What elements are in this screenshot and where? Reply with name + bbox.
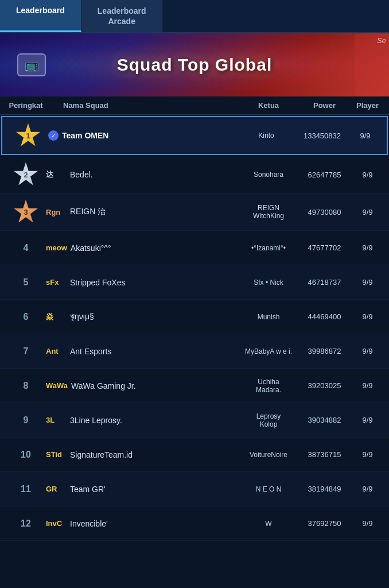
- power-cell: 47677702: [297, 243, 352, 252]
- squad-tag: InvC: [46, 519, 67, 528]
- table-body: ✓ Team OMEN Kirito 133450832 9/9 达 Bedel…: [0, 116, 389, 541]
- squad-name: Team OMEN: [62, 131, 108, 140]
- leader-cell: •°Izanami°•: [240, 244, 297, 252]
- rank-cell: [6, 199, 46, 225]
- header-power: Power: [297, 101, 352, 110]
- rank-cell: [8, 123, 48, 148]
- player-cell: 9/9: [349, 131, 381, 140]
- squad-cell: sFx Stripped FoXes: [46, 278, 240, 287]
- player-cell: 9/9: [352, 347, 383, 355]
- table-row[interactable]: 8 WaWa WaWa Gaming Jr. UchihaMadara. 392…: [0, 369, 389, 403]
- leader-cell: N E O N: [240, 485, 297, 493]
- squad-name: Team GR': [70, 485, 106, 494]
- squad-name: ৠηνιμ§: [70, 312, 94, 322]
- tab-leaderboard-arcade[interactable]: LeaderboardArcade: [81, 0, 163, 32]
- power-cell: 49730080: [297, 208, 352, 216]
- table-header: Peringkat Nama Squad Ketua Power Player: [0, 96, 389, 115]
- leader-cell: UchihaMadara.: [240, 378, 297, 394]
- squad-tag: STid: [46, 450, 67, 459]
- table-row[interactable]: 6 焱 ৠηνιμ§ Munish 44469400 9/9: [0, 300, 389, 334]
- rank-number: 8: [6, 381, 46, 391]
- se-label: Se: [377, 36, 386, 45]
- squad-cell: meow Akatsuki°^°: [46, 243, 240, 253]
- player-cell: 9/9: [352, 171, 383, 179]
- squad-name: 3Line Leprosy.: [70, 416, 122, 425]
- squad-tag: 焱: [46, 312, 67, 322]
- squad-cell: 达 Bedel.: [46, 169, 240, 180]
- squad-tag: GR: [46, 485, 67, 493]
- power-cell: 46718737: [297, 278, 352, 287]
- squad-cell: Ant Ant Esports: [46, 347, 240, 356]
- leader-cell: Kirito: [238, 131, 295, 140]
- power-cell: 39203025: [297, 381, 352, 390]
- squad-name: WaWa Gaming Jr.: [71, 381, 136, 390]
- squad-tag: sFx: [46, 278, 67, 287]
- leader-cell: Sfx • Nick: [240, 278, 297, 287]
- player-cell: 9/9: [352, 278, 383, 287]
- table-row[interactable]: ✓ Team OMEN Kirito 133450832 9/9: [1, 116, 388, 155]
- rank-cell: [6, 162, 46, 187]
- power-cell: 39986872: [297, 347, 352, 355]
- header-leader: Ketua: [240, 101, 297, 110]
- player-cell: 9/9: [352, 416, 383, 424]
- table-row[interactable]: 4 meow Akatsuki°^° •°Izanami°• 47677702 …: [0, 231, 389, 265]
- leader-cell: Munish: [240, 313, 297, 321]
- verified-icon: ✓: [48, 130, 59, 141]
- tab-leaderboard[interactable]: Leaderboard: [0, 0, 81, 32]
- table-row[interactable]: 7 Ant Ant Esports MyBabyA w e i. 3998687…: [0, 334, 389, 369]
- squad-tag: meow: [46, 243, 67, 252]
- rank-number: 7: [6, 346, 46, 357]
- squad-cell: WaWa WaWa Gaming Jr.: [46, 381, 240, 390]
- header-rank: Peringkat: [6, 101, 46, 110]
- leader-cell: MyBabyA w e i.: [240, 347, 297, 355]
- squad-name: Bedel.: [70, 170, 93, 179]
- power-cell: 38194849: [297, 485, 352, 493]
- table-row[interactable]: 11 GR Team GR' N E O N 38194849 9/9: [0, 472, 389, 506]
- tab-bar: Leaderboard LeaderboardArcade: [0, 0, 389, 33]
- banner-corner: Se: [355, 33, 389, 96]
- squad-cell: ✓ Team OMEN: [48, 130, 238, 141]
- leader-cell: W: [240, 520, 297, 528]
- squad-tag: 3L: [46, 416, 67, 424]
- rank-badge-3: [13, 199, 38, 225]
- table-row[interactable]: 达 Bedel. Sonohara 62647785 9/9: [0, 156, 389, 194]
- header-player: Player: [352, 101, 383, 110]
- rank-number: 6: [6, 312, 46, 322]
- rank-number: 10: [6, 450, 46, 460]
- squad-tag: Rgn: [46, 208, 67, 216]
- power-cell: 38736715: [297, 450, 352, 459]
- player-cell: 9/9: [352, 485, 383, 493]
- player-cell: 9/9: [352, 519, 383, 528]
- squad-tag: WaWa: [46, 381, 68, 390]
- squad-tag: Ant: [46, 347, 67, 355]
- table-row[interactable]: 5 sFx Stripped FoXes Sfx • Nick 46718737…: [0, 265, 389, 300]
- tv-icon: 📺: [17, 53, 46, 76]
- table-row[interactable]: 10 STid SignatureTeam.id VoitureNoire 38…: [0, 438, 389, 472]
- banner: 📺 Squad Top Global Se: [0, 33, 389, 96]
- leader-cell: VoitureNoire: [240, 451, 297, 459]
- power-cell: 37692750: [297, 519, 352, 528]
- player-cell: 9/9: [352, 381, 383, 390]
- squad-cell: InvC Invencible': [46, 519, 240, 528]
- power-cell: 44469400: [297, 312, 352, 321]
- table-row[interactable]: Rgn REIGN 治 REIGNWitchKing 49730080 9/9: [0, 194, 389, 231]
- squad-cell: STid SignatureTeam.id: [46, 450, 240, 459]
- power-cell: 133450832: [295, 131, 349, 140]
- leader-cell: REIGNWitchKing: [240, 204, 297, 220]
- squad-cell: GR Team GR': [46, 485, 240, 494]
- squad-name: REIGN 治: [70, 207, 106, 217]
- table-row[interactable]: 12 InvC Invencible' W 37692750 9/9: [0, 506, 389, 541]
- banner-title: Squad Top Global: [117, 55, 272, 75]
- squad-name: Akatsuki°^°: [71, 243, 111, 253]
- squad-name: Invencible': [70, 519, 108, 528]
- rank-badge-1: [15, 123, 41, 148]
- player-cell: 9/9: [352, 243, 383, 252]
- rank-number: 5: [6, 277, 46, 288]
- rank-number: 4: [6, 243, 46, 253]
- leader-cell: Sonohara: [240, 171, 297, 179]
- rank-number: 12: [6, 519, 46, 529]
- rank-number: 11: [6, 484, 46, 494]
- table-row[interactable]: 9 3L 3Line Leprosy. LeprosyKolop 3903488…: [0, 403, 389, 438]
- squad-cell: Rgn REIGN 治: [46, 207, 240, 217]
- player-cell: 9/9: [352, 312, 383, 321]
